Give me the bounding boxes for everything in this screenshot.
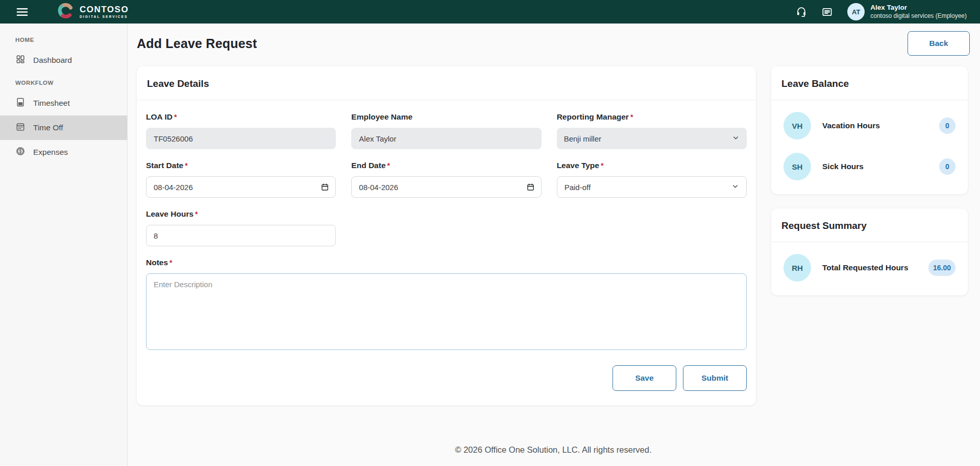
submit-button[interactable]: Submit <box>683 365 747 391</box>
sidebar-section-workflow: WORKFLOW <box>0 73 127 91</box>
notes-field: Notes* <box>146 258 747 352</box>
page-title: Add Leave Request <box>137 36 257 51</box>
avatar: SH <box>783 153 811 180</box>
calendar-icon[interactable] <box>526 183 535 192</box>
stat-label: Vacation Hours <box>822 121 880 130</box>
stat-label: Total Requested Hours <box>822 263 909 272</box>
field-label: Start Date <box>146 161 183 170</box>
leave-type-select[interactable]: Paid-off <box>557 176 747 198</box>
start-date-field: Start Date* <box>146 161 336 198</box>
sidebar: HOME Dashboard WORKFLOW Timesheet Time O… <box>0 24 128 466</box>
required-marker: * <box>630 113 633 121</box>
chevron-down-icon <box>732 134 740 143</box>
leave-hours-input[interactable] <box>146 225 336 246</box>
avatar: RH <box>783 254 811 282</box>
selected-value: Paid-off <box>565 183 591 192</box>
brand-tagline: DIGITAL SERVICES <box>80 15 129 19</box>
field-label: LOA ID <box>146 112 173 121</box>
status-badge: 16.00 <box>928 260 955 276</box>
request-summary-card: Request Summary RH Total Requested Hours… <box>771 208 968 295</box>
calendar-icon <box>15 122 26 134</box>
sidebar-item-label: Time Off <box>33 123 63 132</box>
timesheet-icon <box>15 97 26 109</box>
list-item-vacation-hours: VH Vacation Hours 0 <box>771 105 968 146</box>
leave-type-field: Leave Type* Paid-off <box>557 161 747 198</box>
required-marker: * <box>174 113 177 121</box>
reporting-manager-field: Reporting Manager* Benji miller <box>557 112 747 149</box>
calendar-icon[interactable] <box>321 183 329 192</box>
back-button[interactable]: Back <box>908 31 970 56</box>
required-marker: * <box>387 161 390 170</box>
save-button[interactable]: Save <box>612 365 676 391</box>
user-name: Alex Taylor <box>870 4 967 12</box>
status-badge: 0 <box>939 118 955 134</box>
sidebar-item-dashboard[interactable]: Dashboard <box>0 48 127 73</box>
required-marker: * <box>185 161 187 170</box>
sidebar-item-label: Timesheet <box>33 99 70 108</box>
sidebar-item-time-off[interactable]: Time Off <box>0 115 127 140</box>
sidebar-item-expenses[interactable]: Expenses <box>0 140 127 165</box>
field-label: Employee Name <box>351 112 412 121</box>
brand-logo: CONTOSO DIGITAL SERVICES <box>57 2 129 22</box>
status-badge: 0 <box>939 158 955 175</box>
sidebar-item-label: Dashboard <box>33 56 72 65</box>
headset-icon[interactable] <box>796 6 807 17</box>
dashboard-icon <box>15 54 26 66</box>
reporting-manager-select[interactable]: Benji miller <box>557 128 747 149</box>
copyright-text: © 2026 Office One Solution, LLC. All rig… <box>137 436 970 466</box>
field-label: End Date <box>351 161 385 170</box>
news-icon[interactable] <box>821 6 833 18</box>
start-date-input[interactable] <box>146 176 336 198</box>
user-subtitle: contoso digital services (Employee) <box>870 12 967 20</box>
list-item-sick-hours: SH Sick Hours 0 <box>771 146 968 187</box>
hamburger-icon[interactable] <box>15 5 29 19</box>
loa-id-field: LOA ID* <box>146 112 336 149</box>
sidebar-item-timesheet[interactable]: Timesheet <box>0 91 127 115</box>
selected-value: Benji miller <box>564 134 601 143</box>
user-menu[interactable]: AT Alex Taylor contoso digital services … <box>847 3 967 20</box>
field-label: Notes <box>146 258 168 267</box>
employee-name-input <box>351 128 541 149</box>
card-title: Request Summary <box>771 208 968 242</box>
required-marker: * <box>195 210 198 218</box>
employee-name-field: Employee Name <box>351 112 541 149</box>
field-label: Leave Hours <box>146 209 193 218</box>
brand-name: CONTOSO <box>80 5 129 14</box>
leave-balance-card: Leave Balance VH Vacation Hours 0 SH Sic… <box>771 66 968 194</box>
leave-hours-field: Leave Hours* <box>146 209 336 246</box>
loa-id-input <box>146 128 336 149</box>
field-label: Reporting Manager <box>557 112 629 121</box>
contoso-logo-icon <box>57 2 75 22</box>
leave-details-card: Leave Details LOA ID* Employee Name Repo… <box>137 66 756 405</box>
end-date-input[interactable] <box>351 176 541 198</box>
stat-label: Sick Hours <box>822 162 864 171</box>
app-header: CONTOSO DIGITAL SERVICES AT Alex Taylor … <box>0 0 980 24</box>
avatar[interactable]: AT <box>847 3 865 20</box>
end-date-field: End Date* <box>351 161 541 198</box>
notes-textarea[interactable] <box>146 273 747 350</box>
sidebar-item-label: Expenses <box>33 148 68 157</box>
card-title: Leave Balance <box>771 66 968 100</box>
required-marker: * <box>601 161 603 170</box>
avatar: VH <box>783 112 811 139</box>
sidebar-section-home: HOME <box>0 30 127 48</box>
card-title: Leave Details <box>137 66 756 100</box>
required-marker: * <box>169 259 172 267</box>
chevron-down-icon <box>731 182 739 192</box>
dollar-circle-icon <box>15 146 26 158</box>
field-label: Leave Type <box>557 161 599 170</box>
list-item-total-requested-hours: RH Total Requested Hours 16.00 <box>771 247 968 288</box>
